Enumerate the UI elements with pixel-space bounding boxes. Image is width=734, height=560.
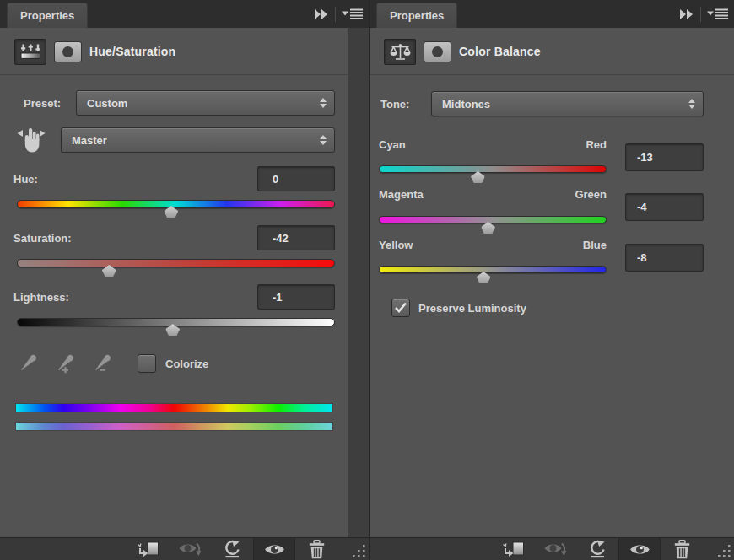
dropdown-arrows-icon [320,135,327,145]
hue-saturation-panel: Properties [0,0,369,560]
clip-to-layer-button[interactable] [127,538,169,560]
dropdown-arrows-icon [688,99,695,109]
panel-header: Hue/Saturation [0,28,348,75]
panel-gutter [348,28,369,537]
view-previous-state-button[interactable] [169,538,211,560]
bottom-toolbar [0,537,369,560]
saturation-value-field[interactable]: -42 [257,225,335,250]
color-balance-adjustment-icon[interactable] [384,39,416,65]
reset-button[interactable] [211,538,253,560]
red-label: Red [379,138,607,151]
lightness-value-field[interactable]: -1 [257,284,335,310]
magenta-green-value-field[interactable]: -4 [625,193,704,221]
mask-dot [432,46,443,57]
photoshop-properties-panels: Properties [0,0,734,560]
tab-label: Properties [390,9,444,22]
tab-properties[interactable]: Properties [376,3,457,28]
visibility-button[interactable] [253,538,295,560]
preserve-luminosity-label: Preserve Luminosity [418,302,526,315]
magenta-green-slider[interactable] [379,216,607,238]
yellow-blue-slider-track[interactable] [379,266,607,273]
hue-saturation-adjustment-icon[interactable] [14,39,46,65]
preset-label: Preset: [24,90,61,116]
panel-resize-grip[interactable] [337,538,369,560]
lightness-slider[interactable] [17,318,335,340]
tabbar: Properties [370,0,734,28]
mask-dot [62,46,73,57]
reset-button[interactable] [576,538,618,560]
bottom-toolbar [370,537,734,560]
eyedropper-icon[interactable] [12,346,44,381]
tabbar: Properties [0,0,369,28]
hue-slider-track[interactable] [17,200,335,208]
yellow-blue-value-field[interactable]: -8 [625,244,704,272]
lightness-label: Lightness: [13,284,69,310]
channel-value: Master [72,134,107,147]
preset-value: Custom [87,97,127,110]
subtract-eyedropper-icon[interactable] [86,346,118,381]
blue-label: Blue [379,239,607,251]
lightness-slider-track[interactable] [17,318,335,326]
hue-slider[interactable] [17,200,335,222]
tab-label: Properties [20,9,74,22]
collapse-panel-icon[interactable] [314,9,329,19]
output-spectrum-bar [15,422,333,431]
tabbar-divider [335,7,336,22]
cyan-red-value-field[interactable]: -13 [625,143,704,171]
saturation-slider[interactable] [17,259,335,281]
hue-label: Hue: [13,166,38,191]
tab-properties[interactable]: Properties [7,3,88,28]
tone-value: Midtones [442,98,490,110]
cyan-red-slider-track[interactable] [379,165,607,173]
panel-menu-icon[interactable] [707,8,728,19]
magenta-green-slider-track[interactable] [379,216,607,223]
visibility-button[interactable] [618,538,661,560]
mask-icon[interactable] [424,41,451,62]
cyan-red-slider[interactable] [379,165,607,187]
channel-dropdown[interactable]: Master [61,127,335,153]
tone-dropdown[interactable]: Midtones [431,91,704,116]
preset-dropdown[interactable]: Custom [76,90,335,116]
view-previous-state-button[interactable] [534,538,576,560]
add-eyedropper-icon[interactable] [49,346,81,381]
panel-header: Color Balance [370,28,734,75]
saturation-slider-track[interactable] [17,259,335,267]
yellow-blue-slider[interactable] [379,266,607,288]
clip-to-layer-button[interactable] [492,538,534,560]
mask-icon[interactable] [54,41,82,62]
colorize-checkbox[interactable] [138,354,156,373]
green-label: Green [379,188,607,201]
panel-title: Color Balance [459,28,541,75]
preserve-luminosity-checkbox[interactable] [391,299,410,317]
panel-title: Hue/Saturation [89,28,175,75]
panel-menu-icon[interactable] [342,8,363,19]
delete-adjustment-button[interactable] [661,538,703,560]
cyan-red-slider-thumb[interactable] [471,171,485,183]
delete-adjustment-button[interactable] [295,538,337,560]
tone-label: Tone: [380,91,409,116]
hue-value-field[interactable]: 0 [257,166,335,191]
dropdown-arrows-icon [320,98,327,108]
colorize-label: Colorize [165,358,208,370]
collapse-panel-icon[interactable] [679,9,694,19]
input-spectrum-bar [15,403,333,412]
color-balance-panel: Properties [369,0,734,560]
yellow-blue-slider-thumb[interactable] [477,272,491,283]
check-mark-icon [394,302,407,314]
magenta-green-slider-thumb[interactable] [481,222,495,234]
saturation-label: Saturation: [13,225,72,250]
tabbar-divider [700,7,701,22]
panel-resize-grip[interactable] [703,538,734,560]
targeted-adjustment-hand-icon[interactable] [13,123,49,157]
